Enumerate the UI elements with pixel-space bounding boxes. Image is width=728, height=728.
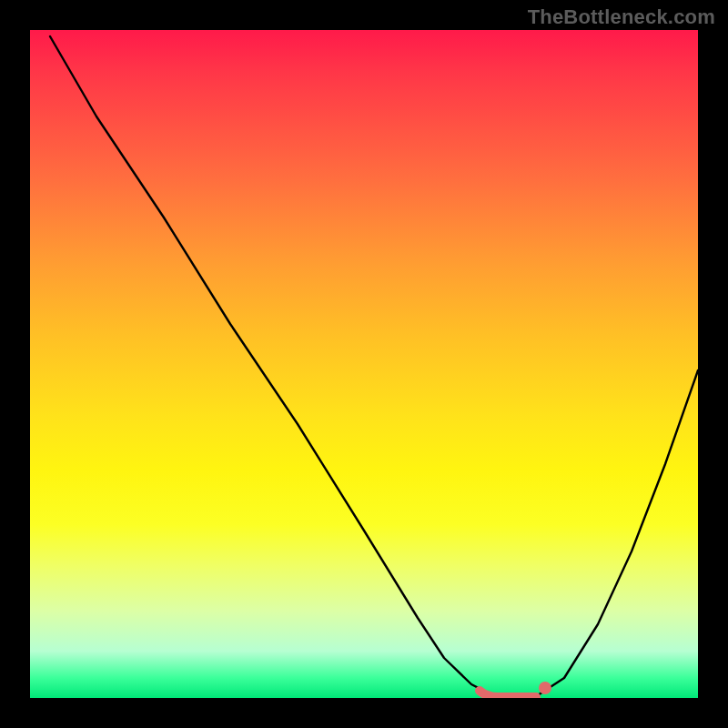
bottleneck-curve [50,36,698,698]
attribution-text: TheBottleneck.com [528,5,715,29]
chart-container: TheBottleneck.com [0,0,728,728]
flat-zone-segment [480,691,536,697]
curve-marker [539,682,551,694]
bottleneck-curve-svg [30,30,698,698]
plot-area [30,30,698,698]
